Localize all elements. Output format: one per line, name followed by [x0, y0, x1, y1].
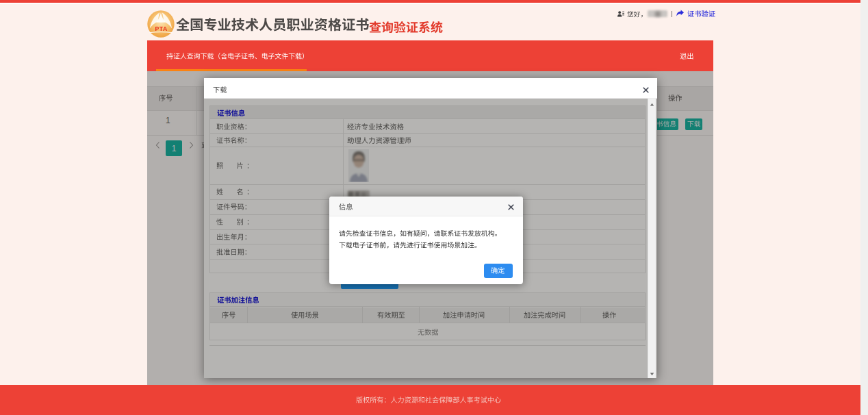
- svg-text:PTA: PTA: [155, 25, 168, 32]
